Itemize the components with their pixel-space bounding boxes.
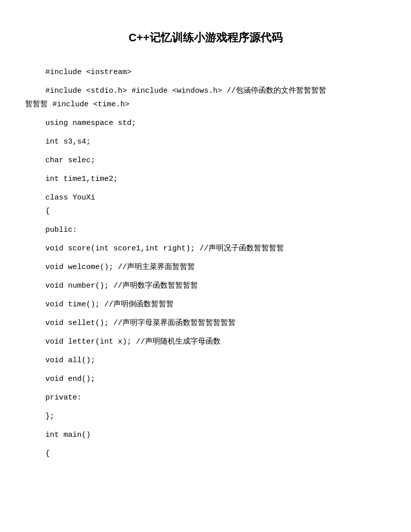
code-line-4: 暂暂暂 #include <time.h> bbox=[25, 98, 386, 111]
blank-13 bbox=[25, 330, 386, 335]
code-line-26: void sellet(); //声明字母菜界面函数暂暂暂暂暂暂 bbox=[25, 316, 386, 330]
code-line-13: class YouXi bbox=[25, 191, 386, 205]
code-line-20: void welcome(); //声明主菜界面暂暂暂 bbox=[25, 260, 386, 274]
page-container: C++记忆训练小游戏程序源代码 #include <iostream> #inc… bbox=[0, 0, 411, 532]
blank-12 bbox=[25, 311, 386, 316]
blank-5 bbox=[25, 167, 386, 172]
blank-8 bbox=[25, 237, 386, 242]
blank-14 bbox=[25, 349, 386, 354]
blank-11 bbox=[25, 293, 386, 298]
code-line-16: public: bbox=[25, 223, 386, 237]
code-line-36: }; bbox=[25, 410, 386, 423]
blank-9 bbox=[25, 255, 386, 260]
code-line-40: { bbox=[25, 447, 386, 460]
code-line-32: void end(); bbox=[25, 372, 386, 386]
blank-3 bbox=[25, 130, 386, 135]
code-line-22: void number(); //声明数字函数暂暂暂暂 bbox=[25, 279, 386, 293]
code-line-30: void all(); bbox=[25, 354, 386, 367]
blank-15 bbox=[25, 367, 386, 372]
code-line-34: private: bbox=[25, 391, 386, 405]
code-line-9: char selec; bbox=[25, 154, 386, 167]
code-line-14: { bbox=[25, 205, 386, 218]
code-line-24: void time(); //声明倒函数暂暂暂 bbox=[25, 298, 386, 311]
code-line-5: using namespace std; bbox=[25, 116, 386, 130]
blank-2 bbox=[25, 111, 386, 116]
code-line-38: int main() bbox=[25, 428, 386, 442]
code-line-11: int time1,time2; bbox=[25, 172, 386, 186]
blank-4 bbox=[25, 149, 386, 154]
blank-16 bbox=[25, 386, 386, 391]
blank-7 bbox=[25, 218, 386, 223]
blank-17 bbox=[25, 405, 386, 410]
page-title: C++记忆训练小游戏程序源代码 bbox=[25, 30, 386, 45]
blank-6 bbox=[25, 186, 386, 191]
code-line-7: int s3,s4; bbox=[25, 135, 386, 149]
code-line-1: #include <iostream> bbox=[25, 65, 386, 79]
code-block: #include <iostream> #include <stdio.h> #… bbox=[25, 65, 386, 460]
code-line-28: void letter(int x); //声明随机生成字母函数 bbox=[25, 335, 386, 349]
blank-1 bbox=[25, 79, 386, 84]
blank-19 bbox=[25, 442, 386, 447]
blank-10 bbox=[25, 274, 386, 279]
code-line-3: #include <stdio.h> #include <windows.h> … bbox=[25, 84, 386, 98]
blank-18 bbox=[25, 423, 386, 428]
code-line-18: void score(int score1,int right); //声明况子… bbox=[25, 242, 386, 255]
